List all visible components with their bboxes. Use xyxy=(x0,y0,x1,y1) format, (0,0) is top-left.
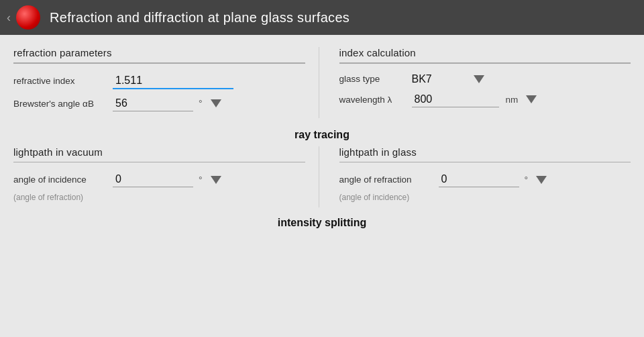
wavelength-row: wavelength λ nm xyxy=(339,92,631,107)
top-section: refraction parameters refractive index B… xyxy=(13,47,631,118)
app-icon xyxy=(16,5,40,30)
index-calc-title: index calculation xyxy=(339,47,631,58)
glass-title: lightpath in glass xyxy=(339,146,631,158)
glass-type-row: glass type BK7 xyxy=(339,73,631,85)
glass-type-value: BK7 xyxy=(412,73,466,85)
angle-incidence-input[interactable] xyxy=(113,172,193,187)
brewsters-angle-unit: ° xyxy=(199,98,203,109)
index-calc-panel: index calculation glass type BK7 wavelen… xyxy=(319,47,631,118)
angle-refraction-row: angle of refraction ° xyxy=(339,172,631,187)
ray-tracing-title: ray tracing xyxy=(294,129,350,140)
wavelength-spinner[interactable] xyxy=(526,95,537,103)
title-bar: ‹ Refraction and diffraction at plane gl… xyxy=(0,0,644,35)
glass-panel: lightpath in glass angle of refraction °… xyxy=(319,146,631,208)
ray-tracing-section: ray tracing xyxy=(13,129,631,141)
vacuum-divider xyxy=(13,162,305,163)
refractive-index-label: refractive index xyxy=(13,76,107,86)
glass-type-spinner[interactable] xyxy=(474,75,484,83)
refractive-index-input[interactable] xyxy=(113,73,233,89)
angle-incidence-sublabel: (angle of refraction) xyxy=(13,193,305,202)
angle-refraction-unit: ° xyxy=(525,175,529,185)
refraction-params-panel: refraction parameters refractive index B… xyxy=(13,47,319,118)
brewsters-angle-input[interactable] xyxy=(113,96,193,111)
refraction-params-title: refraction parameters xyxy=(13,47,305,58)
vacuum-panel: lightpath in vacuum angle of incidence °… xyxy=(13,146,319,208)
bottom-section: lightpath in vacuum angle of incidence °… xyxy=(13,146,631,208)
window-title: Refraction and diffraction at plane glas… xyxy=(50,10,350,26)
wavelength-unit: nm xyxy=(506,95,519,105)
refractive-index-row: refractive index xyxy=(13,73,305,89)
angle-incidence-spinner[interactable] xyxy=(211,176,221,184)
brewsters-angle-row: Brewster's angle αB ° xyxy=(13,96,305,111)
brewsters-angle-label: Brewster's angle αB xyxy=(13,99,107,109)
wavelength-label: wavelength λ xyxy=(339,95,407,105)
angle-incidence-unit: ° xyxy=(199,175,203,185)
back-arrow-icon[interactable]: ‹ xyxy=(7,11,11,25)
brewsters-angle-spinner[interactable] xyxy=(211,99,221,107)
glass-divider xyxy=(339,162,631,163)
refraction-divider xyxy=(13,62,305,64)
intensity-splitting-title: intensity splitting xyxy=(278,217,366,228)
main-content: refraction parameters refractive index B… xyxy=(0,35,644,337)
angle-incidence-row: angle of incidence ° xyxy=(13,172,305,187)
angle-refraction-input[interactable] xyxy=(439,172,519,187)
index-calc-divider xyxy=(339,62,631,64)
wavelength-input[interactable] xyxy=(412,92,499,107)
angle-incidence-label: angle of incidence xyxy=(13,175,107,185)
angle-refraction-label: angle of refraction xyxy=(339,175,433,185)
vacuum-title: lightpath in vacuum xyxy=(13,146,305,158)
intensity-splitting-section: intensity splitting xyxy=(13,217,631,229)
angle-refraction-sublabel: (angle of incidence) xyxy=(339,193,631,202)
glass-type-label: glass type xyxy=(339,74,407,84)
angle-refraction-spinner[interactable] xyxy=(536,176,547,184)
